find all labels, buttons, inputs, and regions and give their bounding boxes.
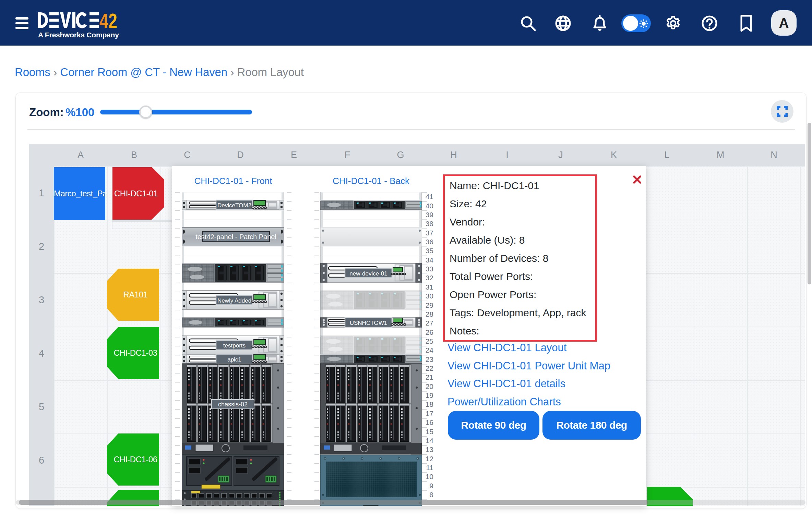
svg-text:chassis-02: chassis-02 (218, 401, 248, 408)
svg-text:test42-panel - Patch Panel: test42-panel - Patch Panel (195, 233, 276, 241)
svg-text:new-device-01: new-device-01 (349, 270, 387, 277)
svg-text:apic1: apic1 (227, 356, 241, 363)
svg-text:Newly Added: Newly Added (217, 297, 251, 304)
svg-text:DeviceTOM2: DeviceTOM2 (217, 202, 251, 209)
svg-text:42: 42 (99, 12, 117, 30)
svg-text:testports: testports (223, 342, 246, 349)
svg-text:USNHCTGW1: USNHCTGW1 (350, 320, 387, 326)
